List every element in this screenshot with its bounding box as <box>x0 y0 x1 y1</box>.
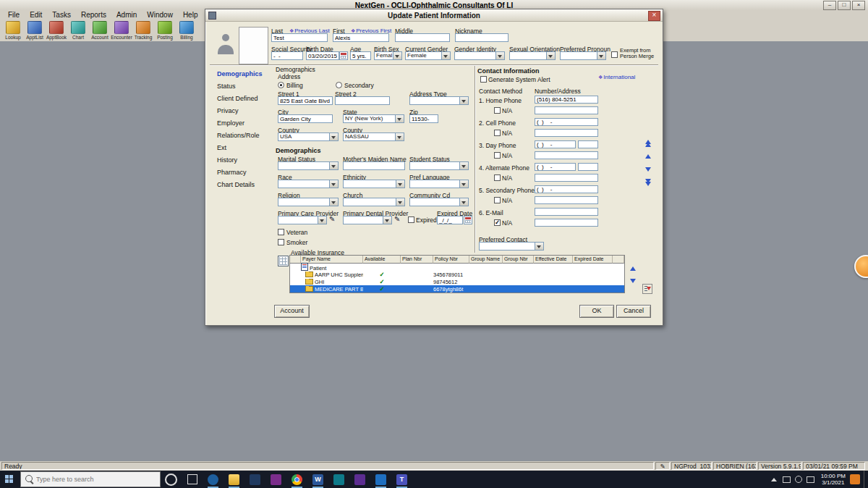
toolbar-button-encounter[interactable]: Encounter <box>111 20 132 41</box>
insurance-row-patient[interactable]: Patient <box>290 264 624 271</box>
cell-phone-input[interactable] <box>535 118 598 126</box>
cortana-button[interactable] <box>161 471 182 488</box>
toolbar-button-apptbook[interactable]: ApptBook <box>46 20 67 41</box>
task-view-button[interactable] <box>182 471 203 488</box>
veteran-checkbox[interactable] <box>278 229 284 235</box>
taskbar-app-chrome[interactable] <box>286 471 307 488</box>
expired-date-calendar-icon[interactable] <box>464 216 472 224</box>
insurance-row-ghi[interactable]: GHI ✓ 98745612 <box>290 278 624 285</box>
sidebar-item-chart-details[interactable]: Chart Details <box>217 181 255 188</box>
zip-input[interactable] <box>409 114 438 123</box>
preferred-contact-select[interactable] <box>479 242 544 251</box>
sidebar-item-pharmacy[interactable]: Pharmacy <box>217 169 247 176</box>
chevron-down-icon[interactable] <box>459 97 468 104</box>
mothers-maiden-name-input[interactable] <box>343 161 405 170</box>
search-input[interactable] <box>35 475 160 484</box>
col-group-nbr[interactable]: Group Nbr <box>503 256 534 264</box>
home-phone-na-checkbox[interactable] <box>494 107 501 114</box>
insurance-row-medicare-selected[interactable]: MEDICARE PART B ✓ 6678ytgh86t <box>290 285 624 293</box>
birth-sex-select[interactable]: Femal <box>374 51 402 60</box>
smoker-checkbox[interactable] <box>278 239 284 245</box>
menu-tasks[interactable]: Tasks <box>47 10 76 20</box>
tray-expand-icon[interactable] <box>771 478 777 481</box>
insurance-row-aarp[interactable]: AARP UHC Supplem ✓ 3456789011 <box>290 271 624 278</box>
pref-language-select[interactable] <box>409 180 469 188</box>
county-select[interactable]: NASSAU <box>343 132 404 141</box>
alternate-phone-input[interactable] <box>535 163 576 171</box>
insurance-move-up-button[interactable] <box>628 264 637 274</box>
tray-battery-icon[interactable] <box>807 476 814 483</box>
expired-date-input[interactable] <box>437 216 463 224</box>
billing-radio[interactable] <box>278 82 284 88</box>
community-cd-select[interactable] <box>409 198 469 206</box>
chevron-down-icon[interactable] <box>395 115 404 122</box>
email-na-checkbox[interactable]: ✓ <box>494 219 501 226</box>
ssn-input[interactable] <box>271 51 303 60</box>
chevron-down-icon[interactable] <box>318 216 326 224</box>
taskbar-app-word[interactable]: W <box>307 471 328 488</box>
street1-input[interactable] <box>278 96 333 105</box>
tray-speaker-icon[interactable] <box>795 476 802 483</box>
minimize-button[interactable]: – <box>823 1 836 10</box>
sidebar-item-employer[interactable]: Employer <box>217 119 244 127</box>
chevron-down-icon[interactable] <box>329 162 338 169</box>
toolbar-button-chart[interactable]: Chart <box>67 20 89 41</box>
taskbar-app-outlook[interactable] <box>370 471 391 488</box>
toolbar-button-billing[interactable]: Billing <box>176 20 197 41</box>
exempt-person-merge-checkbox[interactable] <box>611 51 618 58</box>
cell-phone-na-checkbox[interactable] <box>494 130 501 136</box>
move-bottom-button[interactable] <box>643 177 652 188</box>
sidebar-item-client-defined[interactable]: Client Defined <box>217 95 258 102</box>
dialog-close-button[interactable]: × <box>648 11 660 21</box>
street2-input[interactable] <box>335 96 390 105</box>
race-select[interactable] <box>278 180 339 188</box>
country-select[interactable]: USA <box>278 132 339 141</box>
chevron-down-icon[interactable] <box>329 198 338 206</box>
chevron-down-icon[interactable] <box>329 180 338 188</box>
religion-select[interactable] <box>278 198 339 206</box>
chevron-down-icon[interactable] <box>459 180 468 188</box>
alternate-phone-secondary-input[interactable] <box>535 174 598 182</box>
chevron-down-icon[interactable] <box>535 243 543 250</box>
pdp-edit-pencil-icon[interactable]: ✎ <box>394 216 400 223</box>
cancel-button[interactable]: Cancel <box>616 305 651 318</box>
maximize-button[interactable]: □ <box>838 1 851 10</box>
home-phone-input[interactable] <box>535 96 598 104</box>
notification-badge-icon[interactable] <box>850 474 860 484</box>
birth-date-input[interactable] <box>306 51 339 60</box>
day-phone-secondary-input[interactable] <box>535 151 598 159</box>
toolbar-button-tracking[interactable]: Tracking <box>132 20 154 41</box>
middle-name-input[interactable] <box>395 33 450 42</box>
first-name-input[interactable] <box>333 33 389 42</box>
col-policy-nbr[interactable]: Policy Nbr <box>433 256 469 264</box>
marital-status-select[interactable] <box>278 161 339 170</box>
account-button[interactable]: Account <box>274 305 310 318</box>
secondary-radio[interactable] <box>336 82 342 88</box>
email-secondary-input[interactable] <box>535 219 598 227</box>
tray-network-icon[interactable] <box>783 476 791 483</box>
move-up-button[interactable] <box>643 151 652 161</box>
city-input[interactable] <box>278 114 333 123</box>
chevron-down-icon[interactable] <box>393 52 401 59</box>
chevron-down-icon[interactable] <box>383 216 391 224</box>
taskbar-search[interactable] <box>20 471 161 487</box>
sidebar-item-privacy[interactable]: Privacy <box>217 107 239 114</box>
toolbar-button-account[interactable]: Account <box>89 20 111 41</box>
insurance-move-down-button[interactable] <box>628 276 637 286</box>
address-type-select[interactable] <box>409 96 469 105</box>
menu-admin[interactable]: Admin <box>111 10 142 20</box>
birth-date-calendar-icon[interactable] <box>339 51 348 60</box>
home-phone-secondary-input[interactable] <box>535 106 598 114</box>
menu-reports[interactable]: Reports <box>76 10 111 20</box>
sidebar-item-relations-role[interactable]: Relations/Role <box>217 132 260 139</box>
preferred-pronoun-select[interactable] <box>560 51 606 60</box>
taskbar-app-teams[interactable]: T <box>391 471 412 488</box>
patient-photo-placeholder[interactable] <box>239 27 268 64</box>
col-effective-date[interactable]: Effective Date <box>534 256 573 264</box>
primary-care-provider-select[interactable] <box>278 216 327 224</box>
col-group-name[interactable]: Group Name <box>469 256 503 264</box>
sidebar-item-history[interactable]: History <box>217 156 237 164</box>
nickname-input[interactable] <box>455 33 509 42</box>
taskbar-app-teal[interactable] <box>328 471 349 488</box>
state-select[interactable]: NY (New York) <box>343 114 404 123</box>
